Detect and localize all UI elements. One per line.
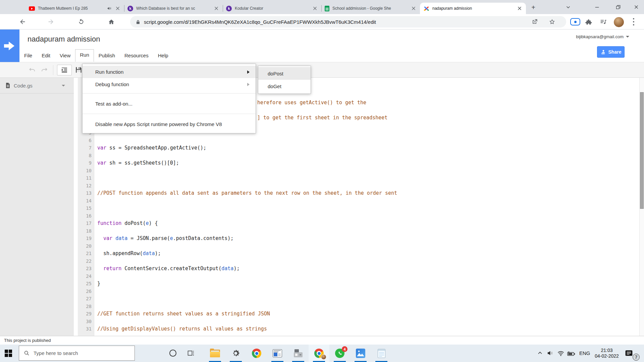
new-tab-button[interactable]: + — [529, 3, 538, 12]
notification-badge: 7 — [633, 354, 640, 361]
menu-file[interactable]: File — [19, 50, 37, 61]
playlist-music-icon[interactable] — [600, 18, 607, 25]
cortana-icon[interactable] — [169, 350, 176, 357]
scrollbar-thumb[interactable] — [640, 92, 644, 209]
menu-item-run-function[interactable]: Run function — [83, 66, 256, 78]
code-line[interactable]: sh.appendRow(data); — [97, 250, 161, 257]
chrome-icon[interactable] — [246, 345, 267, 362]
app-window-icon[interactable] — [267, 345, 288, 362]
indent-button[interactable] — [57, 65, 72, 75]
chevron-up-icon[interactable] — [537, 350, 543, 356]
file-explorer-icon[interactable] — [205, 345, 225, 362]
window-minimize-button[interactable] — [589, 0, 605, 14]
status-bar: This project is published — [0, 336, 644, 345]
search-icon — [24, 350, 30, 356]
code-line[interactable]: //Using getDisplayValues() returns all v… — [97, 325, 267, 333]
tab-database-search[interactable]: k Which Database is best for an sc — [124, 3, 223, 14]
sidebar-item-code-gs[interactable]: Code.gs — [0, 78, 74, 94]
code-line[interactable]: function doPost(e) { — [97, 220, 158, 227]
tab-youtube[interactable]: Thatteem Mutteem I Ep 285 — [25, 3, 124, 14]
three-dot-menu-icon[interactable] — [633, 18, 635, 25]
window-close-button[interactable] — [629, 0, 644, 14]
clipped-code-line[interactable]: ] to get the first sheet in the spreadsh… — [257, 114, 387, 122]
redo-icon — [40, 66, 48, 74]
battery-icon[interactable] — [567, 350, 576, 357]
code-line[interactable]: var ss = SpreadsheetApp.getActive(); — [97, 144, 206, 152]
menu-resources[interactable]: Resources — [120, 50, 153, 61]
tab-search-chevron-icon[interactable] — [560, 0, 576, 14]
save-icon[interactable] — [74, 66, 83, 74]
tab-apps-script-active[interactable]: nadapuram admission — [420, 3, 526, 14]
editor-scrollbar[interactable] — [639, 78, 644, 336]
close-icon[interactable] — [213, 5, 219, 11]
start-button-icon[interactable] — [5, 350, 12, 357]
language-indicator[interactable]: ENG — [579, 350, 590, 356]
home-icon[interactable] — [107, 18, 115, 26]
code-line[interactable]: } — [97, 280, 100, 288]
submenu-item-label: doPost — [268, 71, 283, 76]
clock-date: 04-02-2022 — [592, 353, 621, 359]
taskbar-search-input[interactable]: Type here to search — [19, 346, 135, 361]
kodular-icon: k — [127, 6, 133, 11]
submenu-arrow-icon — [247, 83, 250, 86]
menu-item-label: Disable new Apps Script runtime powered … — [95, 121, 222, 127]
code-line[interactable]: var sh = ss.getSheets()[0]; — [97, 159, 179, 167]
menu-edit[interactable]: Edit — [37, 50, 55, 61]
whatsapp-icon[interactable]: 4 — [329, 345, 350, 362]
arrow-icon — [4, 42, 15, 50]
notepad-icon[interactable] — [371, 345, 392, 362]
submenu-item-doget[interactable]: doGet — [258, 80, 311, 93]
chrome-active-icon[interactable] — [309, 345, 329, 362]
submenu-item-dopost[interactable]: doPost — [258, 67, 311, 80]
extensions-puzzle-icon[interactable] — [585, 18, 592, 25]
wifi-icon[interactable] — [557, 350, 565, 357]
close-icon[interactable] — [115, 5, 121, 11]
speaker-icon[interactable] — [547, 350, 554, 357]
action-center-icon[interactable] — [625, 349, 633, 358]
chevron-down-icon[interactable] — [62, 85, 65, 86]
menu-view[interactable]: View — [55, 50, 75, 61]
tab-google-sheets[interactable]: School addmission - Google She — [321, 3, 420, 14]
share-icon[interactable] — [531, 18, 538, 25]
bookmark-star-icon[interactable] — [549, 18, 555, 25]
close-icon[interactable] — [517, 5, 523, 11]
apps-script-icon — [423, 5, 429, 11]
printer-icon[interactable] — [288, 345, 309, 362]
menu-item-debug-function[interactable]: Debug function — [83, 78, 256, 90]
youtube-icon — [29, 6, 35, 11]
photos-icon[interactable] — [350, 345, 371, 362]
window-restore-button[interactable] — [610, 0, 626, 14]
menu-run[interactable]: Run — [75, 49, 94, 62]
code-line[interactable]: var data = JSON.parse(e.postData.content… — [97, 235, 233, 242]
file-document-icon — [5, 82, 10, 88]
reload-icon[interactable] — [77, 18, 85, 26]
media-control-icon[interactable] — [570, 18, 580, 25]
settings-gear-icon[interactable] — [225, 345, 246, 362]
menu-help[interactable]: Help — [153, 50, 173, 61]
profile-avatar[interactable] — [614, 17, 624, 27]
tab-kodular-creator[interactable]: k Kodular Creator — [223, 3, 321, 14]
omnibox[interactable]: script.google.com/d/19EhGKRs4MnQK6ZeXA1c… — [130, 16, 566, 27]
code-line[interactable]: //GET function returns sheet values as a… — [97, 310, 270, 318]
project-title: nadapuram admission — [28, 35, 100, 44]
close-icon[interactable] — [312, 5, 318, 11]
tab-audio-icon[interactable] — [107, 6, 112, 11]
menu-item-disable-v8[interactable]: Disable new Apps Script runtime powered … — [83, 117, 256, 131]
menu-item-test-as-addon[interactable]: Test as add-on... — [83, 96, 256, 111]
clipped-code-line[interactable]: herefore uses getActive() to get the — [257, 99, 366, 107]
back-icon[interactable] — [18, 18, 26, 26]
menu-item-label: Run function — [95, 69, 123, 75]
google-sheets-icon — [325, 6, 329, 11]
code-line[interactable]: return ContentService.createTextOutput(d… — [97, 265, 239, 273]
close-icon[interactable] — [411, 5, 417, 11]
code-line[interactable]: //POST function appends all data sent as… — [97, 189, 397, 197]
menu-publish[interactable]: Publish — [94, 50, 120, 61]
menu-bar: File Edit View Run Publish Resources Hel… — [19, 49, 173, 62]
account-email[interactable]: bijibkapsara@gmail.com — [576, 34, 629, 39]
task-view-icon[interactable] — [187, 350, 195, 357]
kodular-icon: k — [226, 6, 232, 11]
share-button[interactable]: Share — [597, 46, 625, 58]
url-text[interactable]: script.google.com/d/19EhGKRs4MnQK6ZeXA1c… — [144, 19, 566, 25]
clock[interactable]: 21:03 04-02-2022 — [592, 348, 621, 359]
lock-icon[interactable] — [136, 19, 141, 24]
